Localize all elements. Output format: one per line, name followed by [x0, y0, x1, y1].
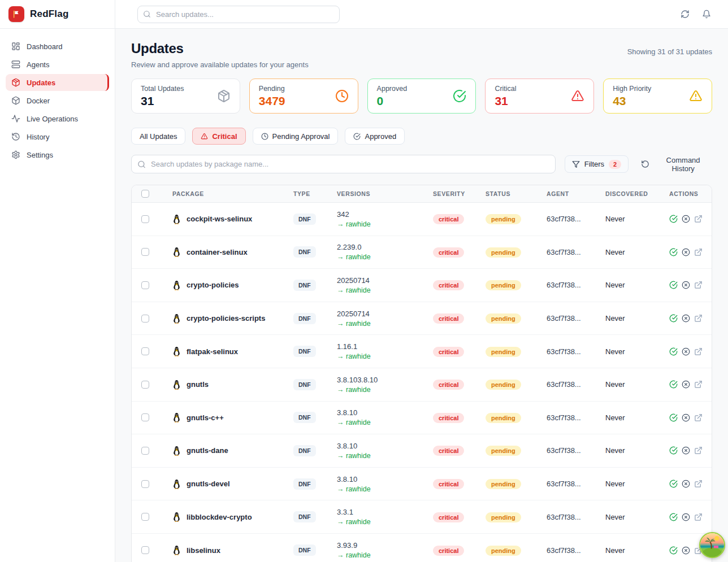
dismiss-button[interactable]	[682, 281, 690, 289]
row-checkbox[interactable]	[141, 315, 149, 323]
island-widget-button[interactable]	[699, 532, 725, 558]
page-title: Updates	[131, 41, 184, 56]
type-badge: DNF	[293, 280, 316, 291]
linux-penguin-icon	[172, 346, 181, 356]
dismiss-button[interactable]	[682, 347, 690, 356]
dismiss-button[interactable]	[682, 446, 690, 455]
tab-approved[interactable]: Approved	[345, 128, 405, 145]
row-checkbox[interactable]	[141, 215, 149, 223]
open-button[interactable]	[694, 347, 703, 356]
approve-button[interactable]	[669, 380, 678, 389]
tab-all-updates[interactable]: All Updates	[131, 128, 185, 145]
open-button[interactable]	[694, 248, 703, 256]
type-badge: DNF	[293, 445, 316, 456]
approve-button[interactable]	[669, 513, 678, 521]
package-name: crypto-policies	[187, 281, 239, 289]
sidebar-item-updates[interactable]: Updates	[6, 74, 109, 91]
row-checkbox[interactable]	[141, 546, 149, 554]
open-button[interactable]	[694, 413, 703, 422]
stat-card-approved: Approved 0	[367, 79, 476, 114]
row-checkbox[interactable]	[141, 480, 149, 488]
approve-button[interactable]	[669, 413, 678, 422]
sidebar-item-label: Dashboard	[27, 42, 63, 51]
dismiss-button[interactable]	[682, 380, 690, 389]
package-search-input[interactable]	[131, 155, 556, 173]
dismiss-button[interactable]	[682, 314, 690, 323]
row-checkbox[interactable]	[141, 381, 149, 389]
stat-card-pending: Pending 3479	[249, 79, 358, 114]
sidebar-header: RedFlag	[0, 0, 115, 29]
sidebar-item-history[interactable]: History	[6, 128, 109, 145]
x-circle-icon	[682, 480, 690, 488]
linux-penguin-icon	[172, 214, 181, 224]
sidebar-item-dashboard[interactable]: Dashboard	[6, 38, 109, 55]
tab-critical[interactable]: Critical	[192, 128, 245, 145]
global-search-input[interactable]	[137, 6, 340, 23]
bell-icon[interactable]	[701, 8, 712, 20]
open-button[interactable]	[694, 215, 703, 223]
external-link-icon	[694, 314, 703, 323]
package-search	[131, 155, 556, 173]
row-checkbox[interactable]	[141, 347, 149, 355]
row-checkbox[interactable]	[141, 513, 149, 521]
open-button[interactable]	[694, 446, 703, 455]
approve-button[interactable]	[669, 480, 678, 488]
open-button[interactable]	[694, 314, 703, 323]
approve-button[interactable]	[669, 248, 678, 256]
dismiss-button[interactable]	[682, 480, 690, 488]
approve-button[interactable]	[669, 347, 678, 356]
dismiss-button[interactable]	[682, 215, 690, 223]
dismiss-button[interactable]	[682, 513, 690, 521]
tab-pending-approval[interactable]: Pending Approval	[253, 128, 339, 145]
refresh-icon[interactable]	[679, 8, 691, 20]
table-row: flatpak-selinux DNF 1.16.1 → rawhide cri…	[132, 335, 712, 368]
dismiss-button[interactable]	[682, 248, 690, 256]
command-history-label: Command History	[654, 156, 712, 173]
row-checkbox[interactable]	[141, 413, 149, 421]
package-name: gnutls-devel	[187, 480, 230, 488]
filters-button[interactable]: Filters 2	[565, 155, 629, 173]
row-checkbox[interactable]	[141, 248, 149, 256]
approve-button[interactable]	[669, 281, 678, 289]
row-actions	[669, 248, 712, 256]
sidebar-item-settings[interactable]: Settings	[6, 146, 109, 163]
stat-value: 0	[377, 94, 408, 108]
sidebar-item-docker[interactable]: Docker	[6, 92, 109, 109]
stat-label: Critical	[495, 85, 516, 93]
open-button[interactable]	[694, 380, 703, 389]
status-badge: pending	[486, 446, 521, 456]
select-all-checkbox[interactable]	[141, 190, 149, 198]
column-header-versions: Versions	[337, 190, 433, 197]
sidebar-item-label: Docker	[27, 97, 50, 105]
row-actions	[669, 347, 712, 356]
table-row: gnutls DNF 3.8.103.8.10 → rawhide critic…	[132, 368, 712, 402]
main-content: Updates Showing 31 of 31 updates Review …	[115, 29, 728, 562]
approve-button[interactable]	[669, 314, 678, 323]
open-button[interactable]	[694, 281, 703, 289]
status-badge: pending	[486, 247, 521, 258]
sidebar-item-agents[interactable]: Agents	[6, 56, 109, 73]
approve-button[interactable]	[669, 546, 678, 555]
check-circle-icon	[669, 347, 678, 356]
approve-button[interactable]	[669, 446, 678, 455]
type-badge: DNF	[293, 478, 316, 490]
sidebar-item-live-operations[interactable]: Live Operations	[6, 110, 109, 127]
dismiss-button[interactable]	[682, 546, 690, 555]
type-badge: DNF	[293, 511, 316, 522]
dismiss-button[interactable]	[682, 413, 690, 422]
stat-card-high-priority: High Priority 43	[603, 79, 712, 114]
row-checkbox[interactable]	[141, 281, 149, 289]
version-current: 20250714	[337, 310, 433, 318]
row-checkbox[interactable]	[141, 447, 149, 455]
command-history-button[interactable]: Command History	[641, 156, 712, 173]
settings-icon	[11, 150, 20, 159]
sidebar-item-label: Agents	[27, 60, 49, 69]
open-button[interactable]	[694, 480, 703, 488]
type-badge: DNF	[293, 246, 316, 258]
status-badge: pending	[486, 512, 521, 522]
type-badge: DNF	[293, 346, 316, 357]
approve-button[interactable]	[669, 215, 678, 223]
open-button[interactable]	[694, 513, 703, 521]
column-header-type: Type	[293, 190, 337, 197]
tab-label: All Updates	[140, 132, 177, 141]
